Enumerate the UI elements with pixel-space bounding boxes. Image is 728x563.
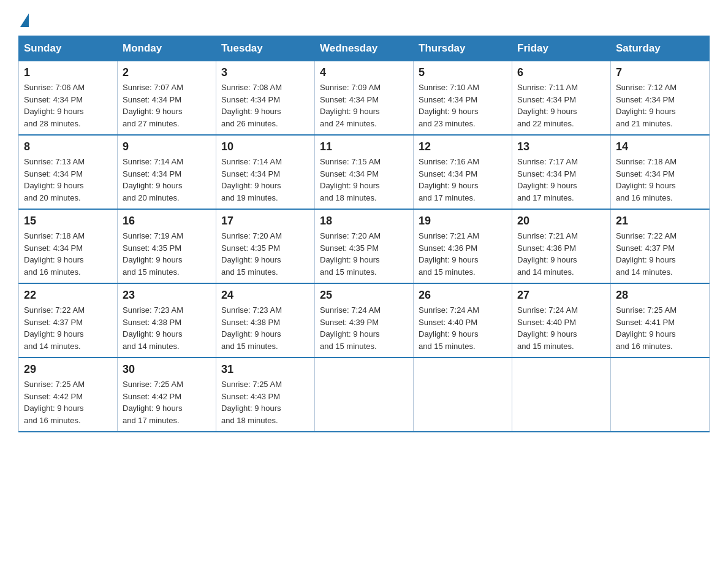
day-number: 22 xyxy=(24,289,112,302)
day-cell: 29 Sunrise: 7:25 AMSunset: 4:42 PMDaylig… xyxy=(19,358,118,432)
day-info: Sunrise: 7:18 AMSunset: 4:34 PMDaylight:… xyxy=(616,156,704,204)
day-number: 17 xyxy=(221,215,309,228)
day-number: 24 xyxy=(221,289,309,302)
day-number: 8 xyxy=(24,140,112,153)
day-number: 18 xyxy=(320,215,408,228)
day-cell: 25 Sunrise: 7:24 AMSunset: 4:39 PMDaylig… xyxy=(315,283,414,358)
day-info: Sunrise: 7:21 AMSunset: 4:36 PMDaylight:… xyxy=(419,230,507,278)
day-info: Sunrise: 7:14 AMSunset: 4:34 PMDaylight:… xyxy=(221,156,309,204)
header-cell-monday: Monday xyxy=(118,36,216,61)
header-cell-wednesday: Wednesday xyxy=(315,36,414,61)
day-info: Sunrise: 7:10 AMSunset: 4:34 PMDaylight:… xyxy=(419,82,507,129)
day-info: Sunrise: 7:25 AMSunset: 4:42 PMDaylight:… xyxy=(123,378,211,426)
day-info: Sunrise: 7:19 AMSunset: 4:35 PMDaylight:… xyxy=(123,230,211,278)
day-cell: 13 Sunrise: 7:17 AMSunset: 4:34 PMDaylig… xyxy=(512,135,611,209)
logo xyxy=(18,12,29,23)
day-number: 20 xyxy=(517,215,605,228)
day-info: Sunrise: 7:16 AMSunset: 4:34 PMDaylight:… xyxy=(419,156,507,204)
day-number: 19 xyxy=(419,215,507,228)
day-cell: 14 Sunrise: 7:18 AMSunset: 4:34 PMDaylig… xyxy=(611,135,710,209)
day-info: Sunrise: 7:21 AMSunset: 4:36 PMDaylight:… xyxy=(517,230,605,278)
week-row-1: 1 Sunrise: 7:06 AMSunset: 4:34 PMDayligh… xyxy=(19,61,710,136)
day-info: Sunrise: 7:17 AMSunset: 4:34 PMDaylight:… xyxy=(517,156,605,204)
day-number: 28 xyxy=(616,289,704,302)
day-cell: 23 Sunrise: 7:23 AMSunset: 4:38 PMDaylig… xyxy=(118,283,216,358)
day-info: Sunrise: 7:12 AMSunset: 4:34 PMDaylight:… xyxy=(616,82,704,129)
logo-triangle-icon xyxy=(20,13,29,27)
day-info: Sunrise: 7:25 AMSunset: 4:43 PMDaylight:… xyxy=(221,378,309,426)
day-cell: 4 Sunrise: 7:09 AMSunset: 4:34 PMDayligh… xyxy=(315,61,414,136)
day-cell: 10 Sunrise: 7:14 AMSunset: 4:34 PMDaylig… xyxy=(216,135,315,209)
day-info: Sunrise: 7:09 AMSunset: 4:34 PMDaylight:… xyxy=(320,82,408,129)
day-cell: 1 Sunrise: 7:06 AMSunset: 4:34 PMDayligh… xyxy=(19,61,118,136)
header-cell-friday: Friday xyxy=(512,36,611,61)
day-number: 29 xyxy=(24,363,112,376)
day-cell: 27 Sunrise: 7:24 AMSunset: 4:40 PMDaylig… xyxy=(512,283,611,358)
day-cell xyxy=(315,358,414,432)
day-number: 9 xyxy=(123,140,211,153)
day-number: 31 xyxy=(221,363,309,376)
day-info: Sunrise: 7:20 AMSunset: 4:35 PMDaylight:… xyxy=(221,230,309,278)
day-cell: 30 Sunrise: 7:25 AMSunset: 4:42 PMDaylig… xyxy=(118,358,216,432)
calendar-body: 1 Sunrise: 7:06 AMSunset: 4:34 PMDayligh… xyxy=(19,61,710,432)
day-cell xyxy=(611,358,710,432)
day-info: Sunrise: 7:22 AMSunset: 4:37 PMDaylight:… xyxy=(24,304,112,352)
day-cell: 28 Sunrise: 7:25 AMSunset: 4:41 PMDaylig… xyxy=(611,283,710,358)
day-info: Sunrise: 7:25 AMSunset: 4:42 PMDaylight:… xyxy=(24,378,112,426)
day-info: Sunrise: 7:07 AMSunset: 4:34 PMDaylight:… xyxy=(123,82,211,129)
day-cell: 24 Sunrise: 7:23 AMSunset: 4:38 PMDaylig… xyxy=(216,283,315,358)
day-number: 7 xyxy=(616,66,704,79)
day-cell: 11 Sunrise: 7:15 AMSunset: 4:34 PMDaylig… xyxy=(315,135,414,209)
day-number: 16 xyxy=(123,215,211,228)
day-number: 21 xyxy=(616,215,704,228)
day-number: 12 xyxy=(419,140,507,153)
day-number: 13 xyxy=(517,140,605,153)
calendar-header: SundayMondayTuesdayWednesdayThursdayFrid… xyxy=(19,36,710,61)
day-info: Sunrise: 7:22 AMSunset: 4:37 PMDaylight:… xyxy=(616,230,704,278)
day-number: 2 xyxy=(123,66,211,79)
header-cell-tuesday: Tuesday xyxy=(216,36,315,61)
page-header xyxy=(18,12,710,23)
day-number: 6 xyxy=(517,66,605,79)
day-number: 1 xyxy=(24,66,112,79)
day-cell: 8 Sunrise: 7:13 AMSunset: 4:34 PMDayligh… xyxy=(19,135,118,209)
day-info: Sunrise: 7:14 AMSunset: 4:34 PMDaylight:… xyxy=(123,156,211,204)
day-info: Sunrise: 7:11 AMSunset: 4:34 PMDaylight:… xyxy=(517,82,605,129)
day-cell: 17 Sunrise: 7:20 AMSunset: 4:35 PMDaylig… xyxy=(216,209,315,283)
header-cell-saturday: Saturday xyxy=(611,36,710,61)
day-cell: 31 Sunrise: 7:25 AMSunset: 4:43 PMDaylig… xyxy=(216,358,315,432)
day-number: 4 xyxy=(320,66,408,79)
day-info: Sunrise: 7:24 AMSunset: 4:40 PMDaylight:… xyxy=(419,304,507,352)
day-info: Sunrise: 7:23 AMSunset: 4:38 PMDaylight:… xyxy=(221,304,309,352)
day-number: 30 xyxy=(123,363,211,376)
week-row-3: 15 Sunrise: 7:18 AMSunset: 4:34 PMDaylig… xyxy=(19,209,710,283)
day-info: Sunrise: 7:08 AMSunset: 4:34 PMDaylight:… xyxy=(221,82,309,129)
day-cell: 20 Sunrise: 7:21 AMSunset: 4:36 PMDaylig… xyxy=(512,209,611,283)
week-row-2: 8 Sunrise: 7:13 AMSunset: 4:34 PMDayligh… xyxy=(19,135,710,209)
day-number: 25 xyxy=(320,289,408,302)
day-cell: 21 Sunrise: 7:22 AMSunset: 4:37 PMDaylig… xyxy=(611,209,710,283)
day-cell: 16 Sunrise: 7:19 AMSunset: 4:35 PMDaylig… xyxy=(118,209,216,283)
header-cell-thursday: Thursday xyxy=(414,36,512,61)
day-info: Sunrise: 7:15 AMSunset: 4:34 PMDaylight:… xyxy=(320,156,408,204)
day-number: 3 xyxy=(221,66,309,79)
day-cell: 5 Sunrise: 7:10 AMSunset: 4:34 PMDayligh… xyxy=(414,61,512,136)
day-cell: 19 Sunrise: 7:21 AMSunset: 4:36 PMDaylig… xyxy=(414,209,512,283)
calendar-table: SundayMondayTuesdayWednesdayThursdayFrid… xyxy=(18,36,710,432)
day-info: Sunrise: 7:23 AMSunset: 4:38 PMDaylight:… xyxy=(123,304,211,352)
day-info: Sunrise: 7:18 AMSunset: 4:34 PMDaylight:… xyxy=(24,230,112,278)
day-number: 15 xyxy=(24,215,112,228)
day-info: Sunrise: 7:24 AMSunset: 4:39 PMDaylight:… xyxy=(320,304,408,352)
day-info: Sunrise: 7:20 AMSunset: 4:35 PMDaylight:… xyxy=(320,230,408,278)
day-cell: 9 Sunrise: 7:14 AMSunset: 4:34 PMDayligh… xyxy=(118,135,216,209)
day-number: 27 xyxy=(517,289,605,302)
day-cell: 22 Sunrise: 7:22 AMSunset: 4:37 PMDaylig… xyxy=(19,283,118,358)
day-number: 14 xyxy=(616,140,704,153)
day-info: Sunrise: 7:25 AMSunset: 4:41 PMDaylight:… xyxy=(616,304,704,352)
day-cell xyxy=(414,358,512,432)
week-row-5: 29 Sunrise: 7:25 AMSunset: 4:42 PMDaylig… xyxy=(19,358,710,432)
header-cell-sunday: Sunday xyxy=(19,36,118,61)
header-row: SundayMondayTuesdayWednesdayThursdayFrid… xyxy=(19,36,710,61)
week-row-4: 22 Sunrise: 7:22 AMSunset: 4:37 PMDaylig… xyxy=(19,283,710,358)
day-cell: 15 Sunrise: 7:18 AMSunset: 4:34 PMDaylig… xyxy=(19,209,118,283)
